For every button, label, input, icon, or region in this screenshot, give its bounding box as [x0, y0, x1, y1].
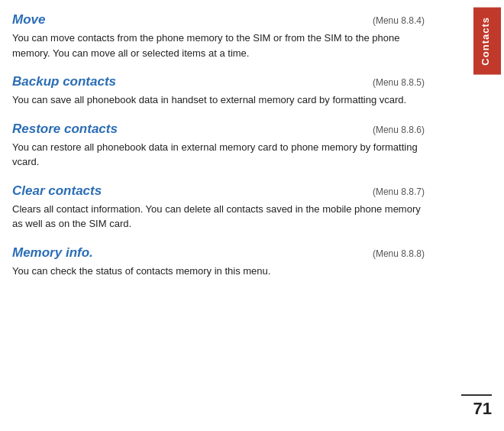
- page-number: 71: [473, 399, 492, 419]
- section-restore-contacts: Restore contacts(Menu 8.8.6)You can rest…: [12, 122, 425, 170]
- sidebar: Contacts: [470, 0, 504, 431]
- section-header-memory-info: Memory info.(Menu 8.8.8): [12, 245, 425, 261]
- section-body-memory-info: You can check the status of contacts mem…: [12, 264, 425, 279]
- section-backup-contacts: Backup contacts(Menu 8.8.5)You can save …: [12, 74, 425, 108]
- section-header-backup-contacts: Backup contacts(Menu 8.8.5): [12, 74, 425, 89]
- section-clear-contacts: Clear contacts(Menu 8.8.7)Clears all con…: [12, 183, 425, 232]
- page-number-container: 71: [461, 394, 492, 419]
- section-title-clear-contacts: Clear contacts: [12, 183, 102, 199]
- page-container: Move(Menu 8.8.4)You can move contacts fr…: [0, 0, 504, 431]
- section-header-move: Move(Menu 8.8.4): [12, 12, 425, 28]
- section-body-clear-contacts: Clears all contact information. You can …: [12, 202, 425, 232]
- section-title-move: Move: [12, 12, 45, 28]
- section-title-memory-info: Memory info.: [12, 245, 93, 261]
- section-title-backup-contacts: Backup contacts: [12, 74, 116, 89]
- section-move: Move(Menu 8.8.4)You can move contacts fr…: [12, 12, 425, 60]
- section-menu-backup-contacts: (Menu 8.8.5): [373, 77, 425, 88]
- page-line: [461, 394, 492, 396]
- sidebar-tab: Contacts: [473, 8, 501, 75]
- section-menu-memory-info: (Menu 8.8.8): [373, 248, 425, 259]
- section-body-move: You can move contacts from the phone mem…: [12, 31, 425, 60]
- section-title-restore-contacts: Restore contacts: [12, 122, 118, 137]
- section-menu-move: (Menu 8.8.4): [373, 15, 425, 26]
- section-body-restore-contacts: You can restore all phonebook data in ex…: [12, 140, 425, 170]
- main-content: Move(Menu 8.8.4)You can move contacts fr…: [0, 0, 470, 431]
- section-body-backup-contacts: You can save all phonebook data in hands…: [12, 92, 425, 108]
- section-header-clear-contacts: Clear contacts(Menu 8.8.7): [12, 183, 425, 199]
- section-menu-restore-contacts: (Menu 8.8.6): [373, 125, 425, 135]
- section-header-restore-contacts: Restore contacts(Menu 8.8.6): [12, 122, 425, 137]
- section-memory-info: Memory info.(Menu 8.8.8)You can check th…: [12, 245, 425, 279]
- section-menu-clear-contacts: (Menu 8.8.7): [373, 186, 425, 197]
